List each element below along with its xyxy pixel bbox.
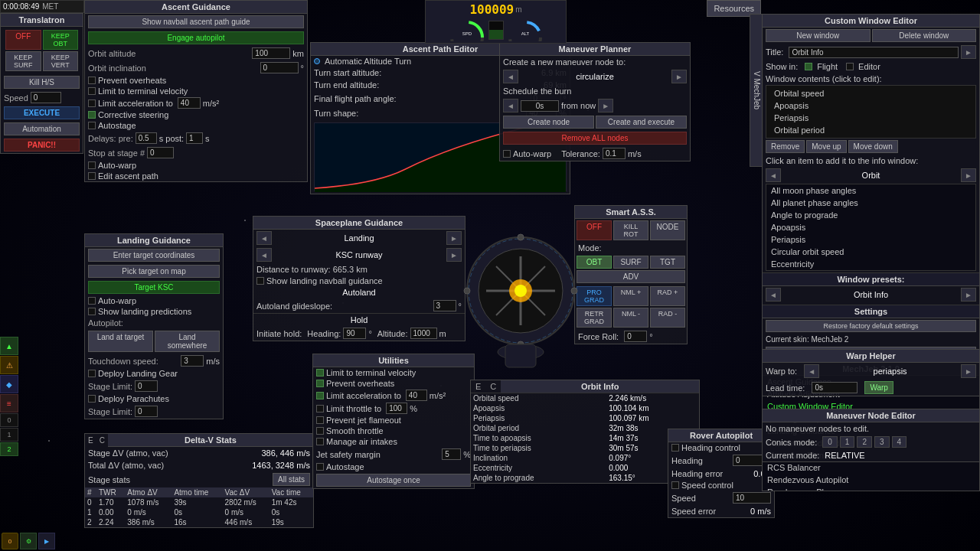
nav-next[interactable]: ►	[961, 168, 976, 182]
schedule-prev[interactable]: ◄	[503, 99, 518, 112]
remove-all-button[interactable]: Remove ALL nodes	[503, 132, 687, 145]
warp-prev[interactable]: ◄	[804, 364, 819, 378]
prevent-flameout-checkbox[interactable]	[316, 416, 324, 424]
content-item-2[interactable]: Apoapsis	[769, 99, 972, 112]
cwe-list-item[interactable]: All planet phase angles	[766, 197, 975, 209]
conics-2[interactable]: 2	[857, 436, 872, 448]
limit-accel-checkbox[interactable]	[88, 99, 96, 107]
util-autostage-checkbox[interactable]	[316, 463, 324, 471]
preset-prev[interactable]: ◄	[766, 288, 781, 302]
content-item-3[interactable]: Periapsis	[769, 112, 972, 124]
speed-control-checkbox[interactable]	[671, 481, 679, 489]
engage-autopilot-button[interactable]: Engage autopilot	[88, 31, 304, 44]
toolbar-icon-1[interactable]: ⚙	[20, 533, 37, 549]
keep-obt-button[interactable]: KEEP OBT	[43, 30, 79, 50]
menu-item-rcs[interactable]: RCS Balancer	[763, 461, 979, 474]
icon-warning-2[interactable]: ⚠	[0, 356, 18, 374]
land-auto-warp-checkbox[interactable]	[88, 297, 96, 305]
circularize-next[interactable]: ►	[671, 70, 687, 83]
cwe-list-item[interactable]: All moon phase angles	[766, 184, 975, 197]
stage-limit-1-input[interactable]	[135, 380, 158, 392]
new-window-button[interactable]: New window	[766, 29, 871, 42]
stage-limit-2-input[interactable]	[135, 406, 158, 417]
execute-button[interactable]: EXECUTE	[4, 106, 80, 119]
auto-alt-turn-radio[interactable]	[314, 58, 320, 64]
manage-air-checkbox[interactable]	[316, 438, 324, 445]
altitude-input[interactable]	[410, 328, 437, 339]
icon-info-1[interactable]: ◆	[0, 375, 18, 393]
circularize-prev[interactable]: ◄	[503, 70, 518, 83]
autostage-once-button[interactable]: Autostage once	[316, 474, 471, 487]
keep-surf-button[interactable]: KEEP SURF	[5, 51, 41, 71]
util-limit-accel-input[interactable]	[406, 390, 427, 401]
autostage-checkbox[interactable]	[88, 122, 96, 129]
edit-ascent-checkbox[interactable]	[88, 172, 96, 180]
schedule-next[interactable]: ►	[598, 99, 613, 112]
show-navball-button[interactable]: Show navball ascent path guide	[88, 15, 304, 28]
conics-1[interactable]: 1	[840, 436, 855, 448]
cwe-remove-button[interactable]: Remove	[766, 140, 805, 153]
corrective-steering-checkbox[interactable]	[88, 111, 96, 119]
land-at-target-button[interactable]: Land at target	[88, 331, 153, 352]
cwe-list-item[interactable]: Circular orbit speed	[766, 246, 975, 258]
force-roll-input[interactable]	[624, 331, 647, 342]
nml-plus-button[interactable]: NML +	[613, 286, 648, 306]
off-button[interactable]: OFF	[5, 30, 41, 50]
limit-accel-input[interactable]	[178, 97, 201, 109]
nav-prev[interactable]: ◄	[766, 168, 781, 182]
menu-item-rendezvous-auto[interactable]: Rendezvous Autopilot	[763, 474, 979, 486]
tolerance-input[interactable]	[603, 148, 626, 159]
cwe-list-item[interactable]: Angle to prograde	[766, 209, 975, 221]
orbit-altitude-input[interactable]	[252, 47, 290, 59]
delete-window-button[interactable]: Delete window	[872, 29, 977, 42]
deploy-parachutes-checkbox[interactable]	[88, 395, 96, 403]
prevent-overheats-checkbox[interactable]	[316, 380, 324, 387]
keep-vert-button[interactable]: KEEP VERT	[43, 51, 79, 71]
smooth-throttle-checkbox[interactable]	[316, 427, 324, 435]
speed-input[interactable]	[31, 92, 61, 103]
content-item-1[interactable]: Orbital speed	[769, 87, 972, 99]
surf-button[interactable]: SURF	[613, 256, 648, 269]
jet-safety-input[interactable]	[442, 448, 461, 460]
pick-map-button[interactable]: Pick target on map	[88, 265, 220, 278]
preset-next[interactable]: ►	[961, 288, 976, 302]
heading-input[interactable]	[343, 328, 366, 339]
show-navball-checkbox[interactable]	[256, 277, 264, 285]
orbit-inclination-input[interactable]	[260, 62, 299, 73]
schedule-value[interactable]	[521, 100, 559, 112]
auto-warp-checkbox[interactable]	[503, 150, 511, 158]
spaceplane-prev[interactable]: ◄	[256, 231, 272, 245]
show-flight-checkbox[interactable]	[805, 63, 812, 70]
cwe-list-item[interactable]: Eccentricity	[766, 258, 975, 270]
kill-hs-button[interactable]: Kill H/S	[4, 76, 80, 89]
stop-stage-input[interactable]	[147, 147, 174, 158]
create-node-button[interactable]: Create node	[503, 116, 594, 129]
limit-terminal-checkbox[interactable]	[316, 369, 324, 377]
heading-control-checkbox[interactable]	[671, 444, 679, 452]
menu-item-rendezvous-planner[interactable]: Rendezvous Planner	[763, 486, 979, 491]
warp-button[interactable]: Warp	[864, 381, 893, 394]
nml-minus-button[interactable]: NML -	[613, 308, 648, 328]
cwe-title-input[interactable]	[789, 47, 959, 58]
tgt-button[interactable]: TGT	[650, 256, 685, 269]
deploy-landing-gear-checkbox[interactable]	[88, 370, 96, 377]
cwe-list-item[interactable]: Periapsis	[766, 233, 975, 246]
limit-throttle-checkbox[interactable]	[316, 405, 324, 412]
content-item-4[interactable]: Orbital period	[769, 124, 972, 136]
automation-button[interactable]: Automation	[4, 122, 80, 135]
rover-speed-input[interactable]	[733, 492, 771, 504]
land-somewhere-button[interactable]: Land somewhere	[155, 331, 220, 352]
runway-prev[interactable]: ◄	[256, 248, 272, 262]
icon-warning-1[interactable]: ▲	[0, 337, 18, 355]
enter-target-button[interactable]: Enter target coordinates	[88, 249, 220, 262]
limit-terminal-checkbox[interactable]	[88, 87, 96, 95]
conics-0[interactable]: 0	[822, 436, 838, 448]
panic-button[interactable]: PANIC!!	[4, 139, 80, 152]
rad-plus-button[interactable]: RAD +	[650, 286, 685, 306]
restore-defaults-button[interactable]: Restore factory default settings	[766, 320, 976, 332]
cwe-list-item[interactable]: Apoapsis	[766, 221, 975, 233]
util-limit-accel-checkbox[interactable]	[316, 392, 324, 399]
all-stats-button[interactable]: All stats	[273, 473, 310, 486]
create-execute-button[interactable]: Create and execute	[596, 116, 687, 129]
show-editor-checkbox[interactable]	[846, 63, 854, 70]
